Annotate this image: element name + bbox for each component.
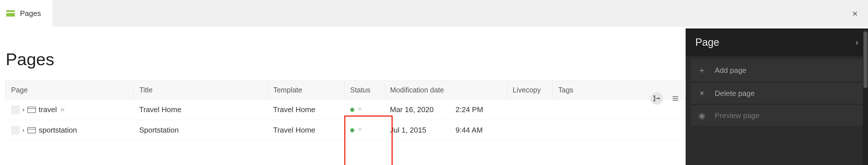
svg-point-2 [658, 98, 659, 99]
row-template: Travel Home [268, 120, 344, 140]
svg-point-0 [654, 95, 655, 97]
chevron-right-icon[interactable]: › [856, 38, 858, 47]
table-row[interactable]: › travel Travel Home Travel Home [5, 99, 684, 120]
row-title: Travel Home [134, 99, 268, 120]
row-status [350, 127, 379, 134]
row-modification-date: Mar 16, 2020 2:24 PM [390, 105, 501, 114]
preview-page-label: Preview page [715, 111, 760, 120]
row-modification-date: Jul 1, 2015 9:44 AM [390, 126, 501, 134]
row-livecopy [507, 99, 553, 120]
delete-page-label: Delete page [715, 89, 754, 98]
side-panel-header[interactable]: Page › [686, 29, 868, 56]
close-icon[interactable]: × [852, 8, 858, 19]
list-view-button[interactable] [669, 92, 682, 105]
tools-icon [357, 127, 363, 134]
row-checkbox[interactable] [11, 126, 20, 134]
row-template: Travel Home [268, 99, 344, 120]
structure-icon [60, 107, 66, 113]
scrollbar-thumb[interactable] [863, 31, 867, 88]
tree-view-button[interactable] [650, 92, 663, 105]
mod-date: Jul 1, 2015 [390, 126, 456, 134]
expand-chevron-icon[interactable]: › [23, 127, 25, 134]
page-icon [27, 127, 36, 133]
view-controls [650, 92, 682, 105]
svg-point-1 [654, 100, 655, 101]
mod-date: Mar 16, 2020 [390, 105, 456, 114]
side-panel-scrollbar[interactable] [863, 29, 868, 165]
row-tags [553, 120, 684, 140]
table-row[interactable]: › sportstation Sportstation Travel Home [5, 120, 684, 140]
page-name: sportstation [39, 126, 77, 134]
col-header-page[interactable]: Page [5, 81, 134, 99]
pages-table: Page Title Template Status Modification … [5, 81, 684, 140]
tab-pages-label: Pages [20, 9, 41, 18]
add-page-label: Add page [715, 66, 746, 75]
row-title: Sportstation [134, 120, 268, 140]
mod-time: 2:24 PM [456, 105, 483, 114]
col-header-title[interactable]: Title [134, 81, 268, 99]
side-panel-actions: ＋ Add page × Delete page ◉ Preview page [686, 56, 868, 129]
col-header-modification-date[interactable]: Modification date [384, 81, 507, 99]
col-header-status[interactable]: Status [344, 81, 384, 99]
col-header-template[interactable]: Template [268, 81, 344, 99]
top-bar-search-area[interactable]: × [53, 0, 868, 27]
delete-page-button[interactable]: × Delete page [691, 83, 863, 104]
page-name: travel [39, 105, 57, 114]
status-dot-icon [350, 128, 354, 132]
side-panel-title: Page [695, 36, 719, 48]
row-status [350, 106, 379, 114]
page-icon [27, 107, 36, 113]
row-livecopy [507, 120, 553, 140]
pages-tab-icon [6, 10, 15, 16]
tab-pages[interactable]: Pages [0, 0, 53, 27]
tools-icon [357, 106, 363, 114]
row-checkbox[interactable] [11, 106, 20, 114]
mod-time: 9:44 AM [456, 126, 483, 134]
close-icon: × [698, 89, 706, 98]
status-dot-icon [350, 108, 354, 112]
top-bar: Pages × [0, 0, 868, 27]
table-header-row: Page Title Template Status Modification … [5, 81, 684, 99]
add-page-button[interactable]: ＋ Add page [691, 59, 863, 81]
side-panel: Page › ＋ Add page × Delete page ◉ Previe… [686, 29, 868, 165]
eye-icon: ◉ [698, 111, 706, 120]
expand-chevron-icon[interactable]: › [23, 106, 25, 114]
plus-icon: ＋ [698, 65, 706, 76]
preview-page-button[interactable]: ◉ Preview page [691, 105, 863, 126]
content-area: Pages Page Title Template Status Modif [0, 27, 684, 140]
page-title: Pages [6, 49, 684, 69]
col-header-livecopy[interactable]: Livecopy [507, 81, 553, 99]
